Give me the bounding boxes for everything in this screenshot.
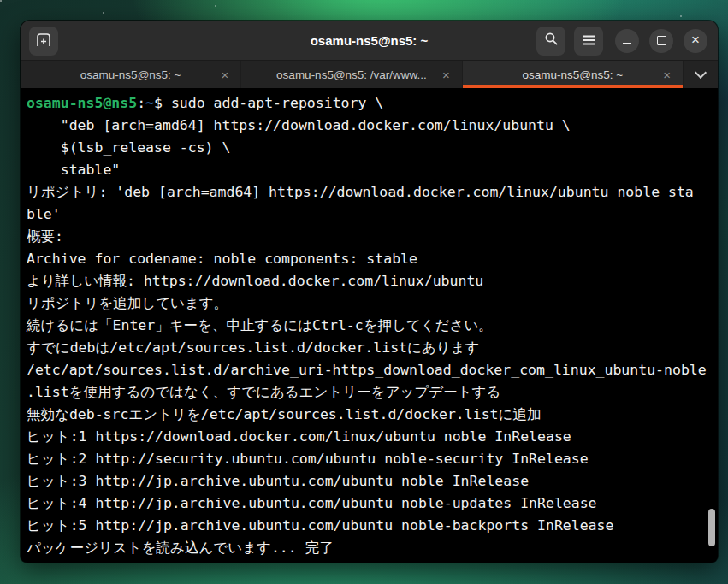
terminal-line: ヒット:3 http://jp.archive.ubuntu.com/ubunt… [27,470,718,493]
terminal-line: 概要: [27,226,718,248]
terminal-line: ヒット:2 http://security.ubuntu.com/ubuntu … [27,448,718,470]
headerbar: osamu-ns5@ns5: ~ [21,21,718,60]
terminal-line: ヒット:4 http://jp.archive.ubuntu.com/ubunt… [27,493,718,515]
tab-label: osamu-ns5@ns5: ~ [80,68,181,81]
terminal-line: /etc/apt/sources.list.d/archive_uri-http… [27,359,718,381]
search-icon [544,32,559,50]
menu-button[interactable] [574,27,603,56]
tab-label: osamu-ns5@ns5: /var/www... [276,68,427,81]
terminal-line: Archive for codename: noble components: … [27,248,718,270]
terminal-line: より詳しい情報: https://download.docker.com/lin… [27,270,718,292]
terminal-line: stable" [27,159,718,181]
terminal-lines: osamu-ns5@ns5:~$ sudo add-apt-repository… [27,92,718,559]
terminal-line: ヒット:5 http://jp.archive.ubuntu.com/ubunt… [27,515,718,537]
chevron-down-icon [695,67,707,79]
tab-close-icon[interactable]: × [222,68,229,81]
headerbar-actions: × [528,27,718,56]
terminal-output[interactable]: osamu-ns5@ns5:~$ sudo add-apt-repository… [21,88,718,562]
maximize-button[interactable] [649,29,673,53]
tab-var-www[interactable]: osamu-ns5@ns5: /var/www... × [241,61,462,88]
close-icon: × [691,32,700,47]
new-tab-icon [36,32,51,50]
terminal-line: ble' [27,204,718,226]
desktop-background-stars [0,0,2,2]
terminal-line: すでにdebは/etc/apt/sources.list.d/docker.li… [27,337,718,359]
tab-home-1[interactable]: osamu-ns5@ns5: ~ × [21,61,241,88]
terminal-window: osamu-ns5@ns5: ~ [21,21,718,563]
minimize-button[interactable] [615,29,639,53]
terminal-line: $(lsb_release -cs) \ [27,137,718,159]
tab-close-icon[interactable]: × [663,68,671,81]
terminal-line: .listを使用するのではなく、すでにあるエントリーをアップデートする [27,381,718,404]
hamburger-menu-icon [583,33,595,49]
terminal-line: 続けるには「Enter」キーを、中止するにはCtrl-cを押してください。 [27,315,718,337]
terminal-line: osamu-ns5@ns5:~$ sudo add-apt-repository… [27,92,718,115]
search-button[interactable] [536,27,565,56]
tab-close-icon[interactable]: × [442,68,450,81]
terminal-line: ヒット:1 https://download.docker.com/linux/… [27,426,718,448]
tab-overflow-button[interactable] [684,61,718,88]
tabbar: osamu-ns5@ns5: ~ × osamu-ns5@ns5: /var/w… [21,60,718,88]
terminal-line: 無効なdeb-srcエントリを/etc/apt/sources.list.d/d… [27,404,718,426]
terminal-line: リポジトリ: 'deb [arch=amd64] https://downloa… [27,181,718,204]
tab-label: osamu-ns5@ns5: ~ [523,68,624,81]
maximize-icon [657,36,666,45]
terminal-line: "deb [arch=amd64] https://download.docke… [27,115,718,137]
terminal-line: リポジトリを追加しています。 [27,292,718,315]
terminal-line: パッケージリストを読み込んでいます... 完了 [27,537,718,559]
close-button[interactable]: × [684,29,707,53]
minimize-icon [623,43,631,44]
scrollbar-thumb[interactable] [708,509,715,546]
new-tab-button[interactable] [29,27,58,56]
tab-home-2-active[interactable]: osamu-ns5@ns5: ~ × [463,61,684,88]
